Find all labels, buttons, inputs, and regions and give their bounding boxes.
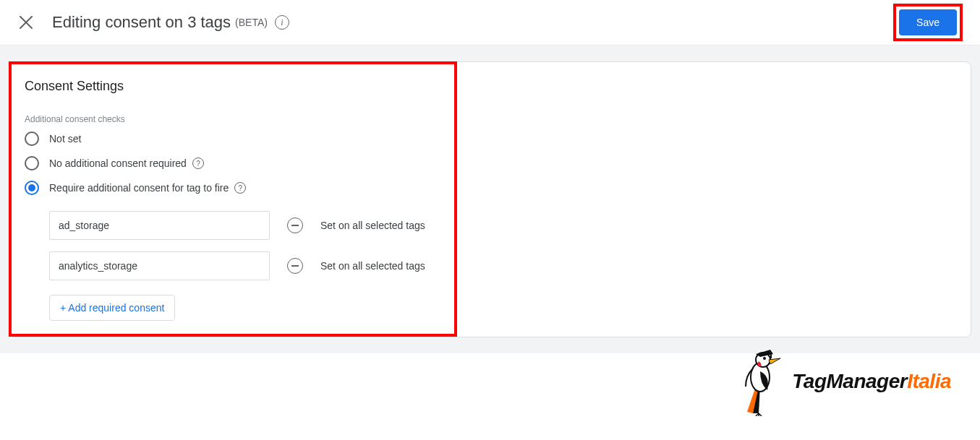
consent-settings-highlight: Consent Settings Additional consent chec… <box>9 61 457 337</box>
page-title: Editing consent on 3 tags (BETA) i <box>52 13 289 32</box>
watermark-text: TagManagerItalia <box>792 370 951 393</box>
consent-type-input[interactable] <box>49 251 270 280</box>
workspace: Consent Settings Additional consent chec… <box>0 46 980 353</box>
beta-badge: (BETA) <box>235 17 268 28</box>
svg-point-3 <box>763 357 766 360</box>
consent-note: Set on all selected tags <box>320 260 425 272</box>
radio-icon[interactable] <box>25 181 39 195</box>
add-required-consent-button[interactable]: + Add required consent <box>49 295 175 321</box>
radio-not-set[interactable]: Not set <box>25 131 441 146</box>
save-button[interactable]: Save <box>899 9 957 35</box>
remove-icon[interactable] <box>287 258 303 274</box>
help-icon[interactable]: ? <box>234 182 246 194</box>
help-icon[interactable]: ? <box>192 158 204 169</box>
close-icon[interactable] <box>17 14 35 31</box>
consent-items: Set on all selected tags Set on all sele… <box>49 211 441 321</box>
radio-require-additional[interactable]: Require additional consent for tag to fi… <box>25 181 441 195</box>
additional-checks-subhead: Additional consent checks <box>25 114 441 124</box>
settings-card: Consent Settings Additional consent chec… <box>9 61 971 337</box>
watermark-logo: TagManagerItalia <box>738 347 951 416</box>
header-bar: Editing consent on 3 tags (BETA) i Save <box>0 0 980 46</box>
consent-settings-title: Consent Settings <box>25 79 441 94</box>
bird-icon <box>738 347 782 416</box>
radio-label: Not set <box>49 133 81 144</box>
radio-label: No additional consent required <box>49 158 187 169</box>
watermark-text-b: Italia <box>907 370 951 392</box>
radio-no-additional[interactable]: No additional consent required ? <box>25 156 441 171</box>
title-text: Editing consent on 3 tags <box>52 13 231 32</box>
radio-icon[interactable] <box>25 131 39 146</box>
remove-icon[interactable] <box>287 217 303 233</box>
svg-rect-2 <box>770 353 772 358</box>
consent-row: Set on all selected tags <box>49 251 441 280</box>
radio-icon[interactable] <box>25 156 39 171</box>
consent-row: Set on all selected tags <box>49 211 441 240</box>
radio-label: Require additional consent for tag to fi… <box>49 182 229 194</box>
info-icon[interactable]: i <box>275 15 289 30</box>
consent-type-input[interactable] <box>49 211 270 240</box>
consent-note: Set on all selected tags <box>320 220 425 231</box>
save-button-highlight: Save <box>893 4 963 41</box>
watermark-text-a: TagManager <box>792 370 907 392</box>
